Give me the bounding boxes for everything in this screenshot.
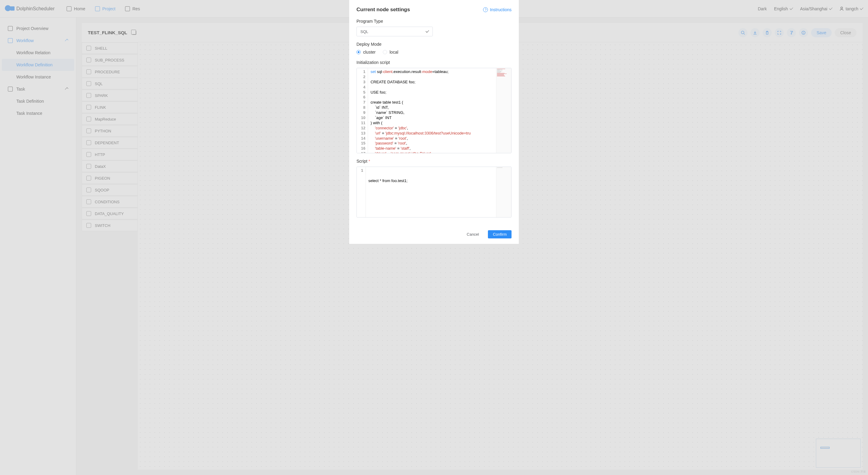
script-editor[interactable]: 1 select * from foo.test1;: [356, 167, 512, 217]
radio-icon: [356, 50, 361, 54]
node-settings-modal: Current node settings ? Instructions Pro…: [349, 0, 519, 244]
deploy-mode-group: Deploy Mode cluster local: [356, 42, 512, 55]
deploy-mode-radios: cluster local: [356, 50, 512, 55]
program-type-label: Program Type: [356, 19, 512, 24]
modal-body: Program Type SQL Deploy Mode cluster loc…: [349, 16, 519, 226]
code-minimap[interactable]: [496, 167, 511, 217]
confirm-button[interactable]: Confirm: [488, 230, 512, 238]
deploy-mode-local[interactable]: local: [383, 50, 398, 55]
deploy-mode-cluster[interactable]: cluster: [356, 50, 376, 55]
code-content[interactable]: select * from foo.test1;: [366, 167, 496, 217]
modal-footer: Cancel Confirm: [349, 226, 519, 244]
radio-icon: [383, 50, 387, 54]
code-content[interactable]: set sql-client.execution.result-mode=tab…: [368, 68, 496, 153]
code-gutter: 1234567891011121314151617: [357, 68, 368, 153]
program-type-select[interactable]: SQL: [356, 27, 433, 36]
modal-header: Current node settings ? Instructions: [349, 0, 519, 16]
code-gutter: 1: [357, 167, 366, 217]
question-icon: ?: [483, 7, 488, 12]
program-type-group: Program Type SQL: [356, 19, 512, 36]
cancel-button[interactable]: Cancel: [462, 230, 484, 238]
instructions-link[interactable]: ? Instructions: [483, 7, 512, 12]
init-script-label: Initialization script: [356, 60, 512, 65]
modal-title: Current node settings: [356, 7, 410, 13]
init-script-group: Initialization script 123456789101112131…: [356, 60, 512, 153]
script-group: Script * 1 select * from foo.test1;: [356, 159, 512, 217]
init-script-editor[interactable]: 1234567891011121314151617 set sql-client…: [356, 68, 512, 153]
script-label: Script *: [356, 159, 512, 164]
code-minimap[interactable]: [496, 68, 511, 153]
deploy-mode-label: Deploy Mode: [356, 42, 512, 47]
chevron-down-icon: [426, 29, 429, 32]
